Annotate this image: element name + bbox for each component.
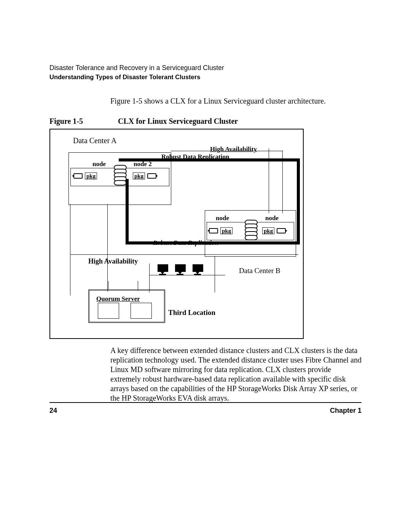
switch-icon bbox=[147, 173, 156, 179]
replication-link-right bbox=[297, 158, 300, 241]
quorum-link-2 bbox=[138, 281, 138, 290]
page-number: 24 bbox=[49, 407, 57, 415]
pkg-box-b2: pkg bbox=[262, 227, 286, 234]
switch-icon bbox=[277, 228, 286, 233]
running-header-section: Understanding Types of Disaster Tolerant… bbox=[49, 73, 362, 81]
pkg-label-b2: pkg bbox=[262, 227, 274, 234]
ha-line-top bbox=[170, 151, 283, 151]
body-paragraph: A key difference between extended distan… bbox=[110, 346, 362, 403]
client-monitors bbox=[158, 264, 202, 275]
chapter-label: Chapter 1 bbox=[330, 407, 362, 415]
datacenter-a-label: Data Center A bbox=[73, 136, 116, 145]
ha-line-right-v2 bbox=[269, 149, 269, 213]
switch-icon bbox=[209, 228, 218, 233]
pkg-box-b1: pkg bbox=[209, 227, 233, 234]
pkg-label-a1: pkg bbox=[85, 173, 97, 179]
monitor-icon bbox=[158, 264, 167, 275]
node-label-b2: node bbox=[265, 214, 279, 222]
quorum-server-box: Quorum Server bbox=[88, 289, 165, 323]
ha-line-right-v bbox=[282, 151, 283, 213]
replication-link-top bbox=[119, 158, 300, 161]
architecture-diagram: Data Center A High Availability Robust D… bbox=[49, 129, 304, 339]
monitor-rail-left bbox=[149, 264, 150, 292]
quorum-link-1 bbox=[108, 281, 108, 290]
node-label-a2: node 2 bbox=[134, 160, 152, 168]
high-availability-label-top: High Availability bbox=[210, 145, 257, 153]
quorum-server-label: Quorum Server bbox=[96, 295, 140, 303]
footer-rule bbox=[49, 402, 362, 403]
datacenter-b-panel: node node pkg pkg bbox=[205, 210, 296, 257]
datacenter-b-label: Data Center B bbox=[239, 267, 280, 275]
figure-caption: Figure 1-5CLX for Linux Serviceguard Clu… bbox=[49, 117, 362, 126]
figure-number: Figure 1-5 bbox=[49, 117, 83, 125]
pkg-label-a2: pkg bbox=[133, 173, 145, 179]
running-header-title: Disaster Tolerance and Recovery in a Ser… bbox=[49, 64, 362, 72]
pkg-box-a2: pkg bbox=[133, 173, 156, 179]
ha-line-left-v bbox=[70, 204, 70, 296]
monitor-rail-right bbox=[215, 256, 215, 292]
third-location-label: Third Location bbox=[168, 308, 215, 317]
node-label-b1: node bbox=[216, 214, 229, 222]
disk-stack-a bbox=[114, 165, 125, 185]
high-availability-label-bottom: High Availability bbox=[88, 257, 138, 265]
ha-line-left-v2 bbox=[107, 204, 108, 292]
monitor-icon bbox=[193, 264, 202, 275]
replication-link-left bbox=[126, 179, 129, 244]
figure-title: CLX for Linux Serviceguard Cluster bbox=[118, 117, 238, 125]
monitor-rail-bottom bbox=[149, 275, 225, 275]
pkg-box-a1: pkg bbox=[73, 173, 97, 179]
switch-icon bbox=[73, 173, 83, 179]
pkg-label-b1: pkg bbox=[220, 227, 233, 234]
server-icon bbox=[98, 303, 119, 319]
disk-stack-b bbox=[245, 220, 256, 240]
monitor-icon bbox=[175, 264, 185, 275]
node-label-a1: node bbox=[92, 160, 106, 168]
page: Disaster Tolerance and Recovery in a Ser… bbox=[0, 0, 411, 403]
figure-intro-text: Figure 1-5 shows a CLX for a Linux Servi… bbox=[110, 97, 362, 105]
server-icon bbox=[131, 303, 152, 319]
